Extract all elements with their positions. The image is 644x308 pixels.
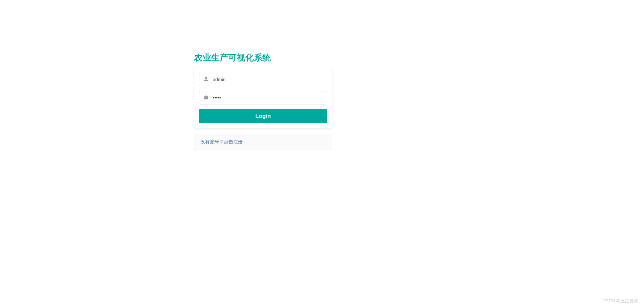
register-link[interactable]: 没有账号？点击注册: [200, 139, 243, 144]
username-input-group: [199, 73, 327, 86]
register-card: 没有账号？点击注册: [194, 134, 332, 150]
password-input-group: [199, 91, 327, 104]
login-card: Login: [194, 68, 332, 128]
watermark: CSDN @五星资源: [602, 298, 638, 304]
password-input[interactable]: [209, 95, 323, 100]
username-input[interactable]: [209, 77, 323, 82]
user-icon: [203, 76, 209, 83]
lock-icon: [203, 94, 209, 101]
page-title: 农业生产可视化系统: [194, 52, 332, 63]
login-container: 农业生产可视化系统 Login 没有账号？点击注册: [194, 52, 332, 150]
login-button[interactable]: Login: [199, 109, 327, 123]
